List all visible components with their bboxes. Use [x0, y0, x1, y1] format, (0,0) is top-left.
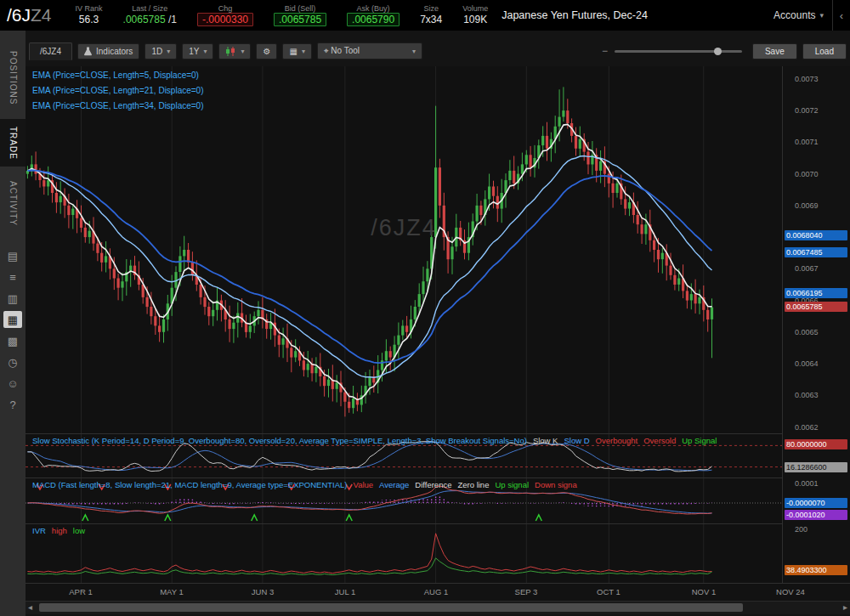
quote-field-volume: Volume109K	[462, 5, 488, 25]
sidebar-tab-positions[interactable]: POSITIONS	[0, 42, 26, 114]
scroll-right-icon[interactable]: ▸	[843, 602, 847, 612]
indicators-button[interactable]: Indicators	[77, 43, 139, 59]
quote-field-value: 109K	[463, 14, 487, 25]
panel-icon[interactable]: ▥	[3, 290, 22, 307]
scrollbar-handle[interactable]	[39, 603, 743, 612]
time-axis-label: AUG 1	[424, 587, 449, 596]
time-axis[interactable]: APR 1MAY 1JUN 3JUL 1AUG 1SEP 3OCT 1NOV 1…	[26, 583, 850, 601]
quote-field-chg: Chg-.0000330	[197, 5, 253, 25]
price-axis-label: 0.0071	[795, 138, 819, 146]
price-axis-label: 0.0067	[795, 264, 819, 273]
axis-price-badge: 16.1286600	[785, 462, 847, 472]
chevron-down-icon: ▾	[819, 11, 824, 20]
time-axis-label: NOV 1	[692, 587, 717, 596]
accounts-label: Accounts	[774, 9, 815, 21]
ema-study-label-0[interactable]: EMA (Price=CLOSE, Length=5, Displace=0)	[32, 68, 204, 83]
chart-style-dropdown[interactable]: ▾	[218, 43, 251, 59]
chevron-down-icon: ▾	[412, 48, 416, 55]
legend-item: high	[52, 526, 67, 535]
quote-field-value: .0065785 /1	[123, 14, 177, 25]
study-title: MACD (Fast length=8, Slow length=21, MAC…	[32, 480, 348, 489]
legend-item: Down signa	[535, 480, 577, 489]
zoom-slider-track[interactable]	[615, 50, 742, 53]
quote-field-value: 56.3	[79, 14, 99, 25]
axis-price-badge: 0.0065785	[785, 302, 847, 312]
time-axis-label: APR 1	[69, 587, 92, 596]
quote-field-iv-rank: IV Rank56.3	[76, 5, 103, 25]
ask-value[interactable]: .0065790	[347, 13, 400, 26]
axis-price-badge: 38.4903300	[785, 565, 847, 575]
symbol-suffix: Z4	[31, 5, 52, 25]
price-axis-label: 0.0064	[795, 359, 819, 368]
range-dropdown[interactable]: 1Y▾	[182, 43, 213, 59]
collapse-panel-icon[interactable]: ‹	[832, 0, 850, 31]
price-axis-label: 0.0063	[795, 391, 819, 399]
grid-icon[interactable]: ▩	[3, 332, 22, 349]
symbol-ticker: /6JZ4	[7, 5, 52, 25]
quote-field-label: Size	[423, 5, 439, 14]
ivr-legend: IVRhighlow	[32, 526, 85, 535]
accounts-menu[interactable]: Accounts▾	[765, 9, 832, 21]
timeframe-dropdown[interactable]: 1D▾	[144, 43, 177, 59]
chart-widget: /6JZ4 Indicators 1D▾ 1Y▾ ▾ ⚙ ▦▾ ⌖ No Too…	[26, 31, 850, 616]
chart-watermark: /6JZ4	[371, 215, 437, 241]
scroll-left-icon[interactable]: ◂	[28, 602, 32, 612]
time-axis-label: SEP 3	[515, 587, 538, 596]
legend-item: Zero line	[457, 480, 489, 489]
chart-scrollbar[interactable]: ◂ ▸	[26, 601, 850, 614]
stochastic-panel[interactable]: Slow Stochastic (K Period=14, D Period=9…	[26, 433, 782, 478]
zoom-out-icon[interactable]: −	[602, 45, 608, 57]
quote-field-value: 7x34	[420, 14, 442, 25]
chart-icon[interactable]: ▦	[3, 311, 22, 328]
ivr-panel[interactable]: IVRhighlow	[26, 523, 782, 584]
chart-layout-dropdown[interactable]: ▦▾	[282, 43, 311, 59]
price-axis[interactable]: 0.00730.00720.00710.00700.00690.00680.00…	[782, 66, 850, 583]
axis-price-badge: 0.0066195	[785, 288, 847, 298]
time-axis-label: JUN 3	[252, 587, 274, 596]
quote-field-bid-sell-: Bid (Sell).0065785	[274, 5, 326, 25]
drawing-tool-dropdown[interactable]: ⌖ No Tool▾	[317, 42, 422, 59]
quote-field-ask-buy-: Ask (Buy).0065790	[347, 5, 400, 25]
zoom-slider-handle[interactable]	[714, 48, 722, 55]
legend-item: Oversold	[643, 436, 676, 445]
load-button[interactable]: Load	[802, 43, 847, 59]
time-axis-label: NOV 24	[776, 587, 805, 596]
chart-settings-button[interactable]: ⚙	[256, 43, 277, 59]
history-icon[interactable]: ◷	[3, 353, 22, 370]
flask-icon	[84, 47, 92, 56]
help-icon[interactable]: ?	[3, 396, 22, 413]
macd-panel[interactable]: MACD (Fast length=8, Slow length=21, MAC…	[26, 478, 782, 524]
quote-field-last-size: Last / Size.0065785 /1	[123, 5, 177, 25]
ivr-canvas	[26, 524, 782, 584]
sidebar-tab-trade[interactable]: TRADE	[0, 119, 26, 167]
news-icon[interactable]: ▤	[3, 247, 22, 264]
indicators-label: Indicators	[96, 47, 133, 56]
quote-field-label: Last / Size	[132, 5, 167, 14]
axis-price-badge: 0.0067485	[785, 247, 847, 257]
save-button[interactable]: Save	[752, 43, 797, 59]
chart-toolbar: /6JZ4 Indicators 1D▾ 1Y▾ ▾ ⚙ ▦▾ ⌖ No Too…	[29, 39, 847, 63]
sidebar-tab-activity[interactable]: ACTIVITY	[0, 173, 26, 235]
bid-value[interactable]: .0065785	[274, 13, 326, 26]
legend-item: Overbought	[596, 436, 638, 445]
time-axis-label: MAY 1	[160, 587, 184, 596]
chevron-down-icon: ▾	[241, 48, 244, 55]
ema-study-label-1[interactable]: EMA (Price=CLOSE, Length=21, Displace=0)	[32, 83, 204, 99]
legend-item: Average	[379, 480, 409, 489]
macd-legend: MACD (Fast length=8, Slow length=21, MAC…	[32, 480, 577, 489]
legend-item: low	[73, 526, 85, 535]
contract-description: Japanese Yen Futures, Dec-24	[502, 9, 648, 21]
chart-tab[interactable]: /6JZ4	[29, 42, 72, 60]
time-axis-label: JUL 1	[335, 587, 355, 596]
community-icon[interactable]: ☺	[3, 375, 22, 392]
ivr-axis-label: 200	[795, 525, 808, 534]
main-price-chart[interactable]: /6JZ4 EMA (Price=CLOSE, Length=5, Displa…	[26, 66, 782, 433]
list-icon[interactable]: ≡	[3, 268, 22, 285]
price-axis-label: 0.0072	[795, 106, 819, 115]
change-value: -.0000330	[197, 13, 253, 26]
last-price-value: .0065785	[123, 14, 166, 25]
ema-study-label-2[interactable]: EMA (Price=CLOSE, Length=34, Displace=0)	[32, 99, 204, 114]
price-axis-label: 0.0073	[795, 75, 819, 83]
timeframe-value: 1D	[151, 47, 162, 56]
legend-item: Up signal	[495, 480, 529, 489]
